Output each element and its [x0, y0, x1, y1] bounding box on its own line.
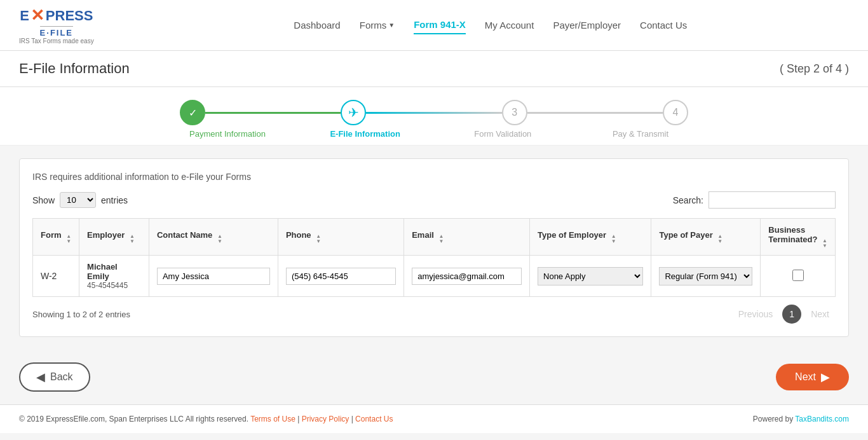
logo-efile: E·FILE	[40, 28, 73, 38]
cell-type-payer[interactable]: Regular (Form 941) Military (Form 941) M…	[651, 256, 761, 297]
powered-by-text: Powered by	[753, 415, 793, 423]
main-content: IRS requires additional information to e…	[0, 146, 868, 350]
step-label-2: E-File Information	[318, 129, 413, 139]
sort-contact-icon[interactable]: ▲▼	[217, 234, 222, 244]
step-circle-2: ✈	[341, 100, 366, 125]
nav-payeremployer[interactable]: Payer/Employer	[553, 17, 621, 34]
entries-label: entries	[101, 195, 128, 205]
show-label: Show	[32, 195, 55, 205]
nav-forms-label: Forms	[360, 20, 387, 31]
sort-phone-icon[interactable]: ▲▼	[316, 234, 321, 244]
connector-1-2	[205, 112, 341, 114]
entries-info: Showing 1 to 2 of 2 entries	[32, 310, 130, 319]
sort-type-employer-icon[interactable]: ▲▼	[611, 234, 616, 244]
main-nav: Dashboard Forms ▼ Form 941-X My Account …	[132, 16, 849, 34]
progress-steps: ✓ ✈ 3 4	[180, 100, 688, 125]
page-title-bar: E-File Information ( Step 2 of 4 )	[0, 51, 868, 87]
cell-employer: Michael Emily 45-4545445	[79, 256, 149, 297]
sort-email-icon[interactable]: ▲▼	[439, 234, 444, 244]
step-circle-3: 3	[502, 100, 527, 125]
email-input[interactable]	[412, 268, 522, 285]
entries-per-page-select[interactable]: 10 25 50 100	[60, 192, 96, 208]
back-arrow-icon: ◀	[36, 370, 45, 384]
cell-email[interactable]	[404, 256, 530, 297]
table-footer: Showing 1 to 2 of 2 entries Previous 1 N…	[32, 305, 836, 324]
table-controls: Show 10 25 50 100 entries Search:	[32, 191, 836, 209]
next-page-button[interactable]: Next	[804, 306, 836, 322]
logo-text: E ✕ PRESS	[20, 6, 93, 25]
cell-phone[interactable]	[278, 256, 403, 297]
contact-name-input[interactable]	[157, 268, 270, 285]
back-label: Back	[50, 371, 73, 383]
search-label: Search:	[673, 195, 703, 205]
nav-form941x[interactable]: Form 941-X	[414, 16, 466, 34]
header-row: Form ▲▼ Employer ▲▼ Contact Name ▲▼ Phon…	[33, 219, 836, 256]
step-label-4: Pay & Transmit	[593, 129, 688, 139]
efile-card: IRS requires additional information to e…	[19, 158, 849, 337]
terms-link[interactable]: Terms of Use	[250, 415, 295, 423]
sort-form-icon[interactable]: ▲▼	[66, 234, 71, 244]
copyright: © 2019 ExpressEfile.com, Span Enterprise…	[19, 415, 248, 423]
taxbandits-link[interactable]: TaxBandits.com	[795, 415, 849, 423]
step-info: ( Step 2 of 4 )	[780, 62, 849, 76]
step-circle-1: ✓	[180, 100, 205, 125]
efile-table: Form ▲▼ Employer ▲▼ Contact Name ▲▼ Phon…	[32, 218, 836, 297]
table-body: W-2 Michael Emily 45-4545445	[33, 256, 836, 297]
type-of-employer-select[interactable]: None Apply Federal Government State/Loca…	[538, 267, 643, 285]
cell-type-employer[interactable]: None Apply Federal Government State/Loca…	[530, 256, 651, 297]
page-title: E-File Information	[19, 60, 130, 77]
th-contact-name: Contact Name ▲▼	[149, 219, 278, 256]
cell-form: W-2	[33, 256, 79, 297]
search-input[interactable]	[709, 191, 836, 209]
th-form: Form ▲▼	[33, 219, 79, 256]
step-labels: Payment Information E-File Information F…	[180, 129, 688, 139]
cell-business-terminated[interactable]	[761, 256, 836, 297]
cell-contact-name[interactable]	[149, 256, 278, 297]
info-text: IRS requires additional information to e…	[32, 172, 836, 182]
sort-type-payer-icon[interactable]: ▲▼	[717, 234, 722, 244]
previous-button[interactable]: Previous	[732, 306, 779, 322]
back-button[interactable]: ◀ Back	[19, 362, 90, 392]
th-phone: Phone ▲▼	[278, 219, 403, 256]
chevron-down-icon: ▼	[388, 22, 395, 29]
th-type-employer: Type of Employer ▲▼	[530, 219, 651, 256]
step-circle-4: 4	[663, 100, 688, 125]
logo-efile-row: E·FILE	[40, 26, 73, 38]
nav-forms[interactable]: Forms ▼	[360, 17, 395, 34]
progress-section: ✓ ✈ 3 4 Payment Information E-File Infor…	[0, 87, 868, 146]
page-1-button[interactable]: 1	[782, 305, 801, 324]
nav-dashboard[interactable]: Dashboard	[294, 17, 340, 34]
th-email: Email ▲▼	[404, 219, 530, 256]
nav-buttons: ◀ Back Next ▶	[0, 350, 868, 404]
type-of-payer-select[interactable]: Regular (Form 941) Military (Form 941) M…	[659, 267, 752, 285]
footer-contact-link[interactable]: Contact Us	[355, 415, 393, 423]
pagination: Previous 1 Next	[732, 305, 836, 324]
nav-contactus[interactable]: Contact Us	[640, 17, 687, 34]
logo-x: ✕	[31, 6, 44, 25]
sort-employer-icon[interactable]: ▲▼	[130, 234, 135, 244]
sort-business-icon[interactable]: ▲▼	[822, 238, 827, 249]
show-entries-control: Show 10 25 50 100 entries	[32, 192, 128, 208]
logo: E ✕ PRESS E·FILE IRS Tax Forms made easy	[19, 6, 94, 45]
th-employer: Employer ▲▼	[79, 219, 149, 256]
step-label-3: Form Validation	[455, 129, 550, 139]
privacy-link[interactable]: Privacy Policy	[302, 415, 349, 423]
nav-myaccount[interactable]: My Account	[485, 17, 534, 34]
employer-id: 45-4545445	[87, 281, 141, 290]
form-value: W-2	[41, 271, 57, 281]
employer-name: Michael Emily	[87, 262, 141, 281]
business-terminated-checkbox[interactable]	[792, 270, 804, 281]
step-label-1: Payment Information	[180, 129, 275, 139]
next-button[interactable]: Next ▶	[776, 364, 849, 390]
phone-input[interactable]	[286, 268, 396, 285]
next-label: Next	[795, 371, 816, 383]
th-type-payer: Type of Payer ▲▼	[651, 219, 761, 256]
search-box: Search:	[673, 191, 836, 209]
footer-right: Powered by TaxBandits.com	[753, 415, 849, 423]
table-header: Form ▲▼ Employer ▲▼ Contact Name ▲▼ Phon…	[33, 219, 836, 256]
next-arrow-icon: ▶	[821, 370, 830, 384]
connector-2-3	[366, 112, 501, 114]
logo-express: E	[20, 8, 29, 24]
th-business-terminated: BusinessTerminated? ▲▼	[761, 219, 836, 256]
header: E ✕ PRESS E·FILE IRS Tax Forms made easy…	[0, 0, 868, 51]
